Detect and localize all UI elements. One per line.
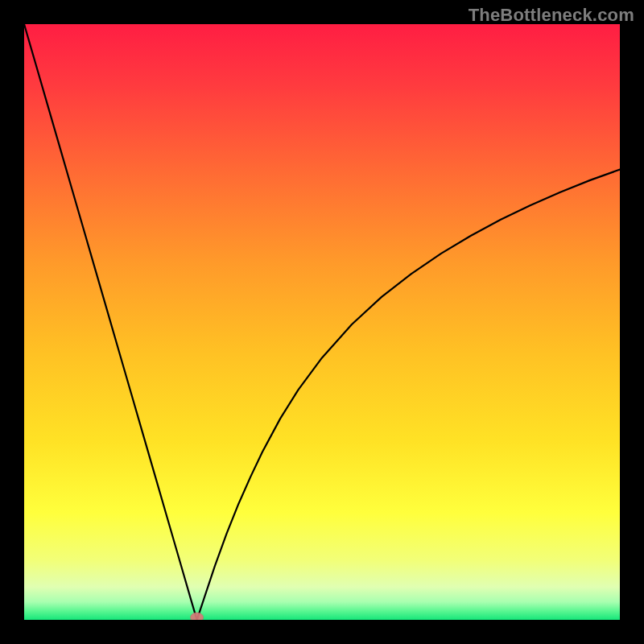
optimum-marker [191,613,204,620]
gradient-background [24,24,620,620]
chart-frame: TheBottleneck.com [0,0,644,644]
watermark-label: TheBottleneck.com [469,5,634,26]
plot-area [24,24,620,620]
bottleneck-chart [24,24,620,620]
